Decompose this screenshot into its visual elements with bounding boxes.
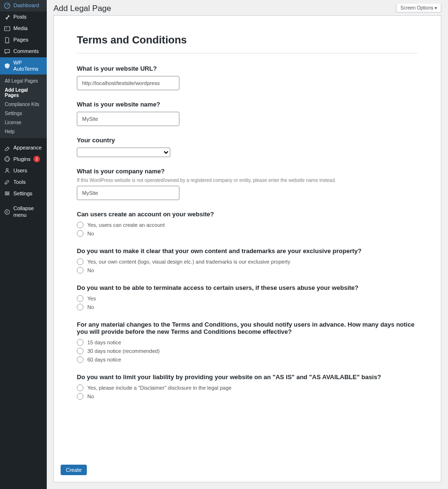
- radio-trademark-no[interactable]: [77, 267, 83, 274]
- shield-icon: [4, 63, 10, 69]
- comment-icon: [4, 48, 10, 55]
- subitem-settings[interactable]: Settings: [0, 109, 47, 118]
- sidebar-item-pages[interactable]: Pages: [0, 34, 47, 46]
- sidebar-item-dashboard[interactable]: Dashboard: [0, 0, 47, 11]
- subitem-compliance-kits[interactable]: Compliance Kits: [0, 100, 47, 109]
- radio-trademark-yes[interactable]: [77, 258, 83, 265]
- field-website-url: What is your website URL?: [77, 65, 418, 90]
- sidebar-label: Appearance: [13, 145, 42, 151]
- select-country[interactable]: [77, 148, 170, 157]
- subitem-add-legal-pages[interactable]: Add Legal Pages: [0, 85, 47, 100]
- collapse-menu[interactable]: Collapse menu: [0, 203, 47, 220]
- sidebar-item-plugins[interactable]: Plugins 2: [0, 153, 47, 165]
- subitem-all-legal-pages[interactable]: All Legal Pages: [0, 76, 47, 85]
- form-panel: Terms and Conditions What is your websit…: [53, 15, 441, 482]
- radio-liability-no[interactable]: [77, 393, 83, 400]
- radio-label[interactable]: No: [87, 304, 94, 310]
- input-website-url[interactable]: [77, 76, 179, 90]
- svg-rect-1: [4, 27, 10, 31]
- sidebar-item-comments[interactable]: Comments: [0, 46, 47, 57]
- radio-liability-yes[interactable]: [77, 384, 83, 391]
- sidebar-label: Posts: [13, 14, 27, 20]
- radio-label[interactable]: 15 days notice: [87, 340, 121, 345]
- field-liability: Do you want to limit your liability by p…: [77, 373, 418, 400]
- sidebar-item-posts[interactable]: Posts: [0, 11, 47, 23]
- radio-label[interactable]: Yes, users can create an account: [87, 222, 165, 228]
- radio-accounts-no[interactable]: [77, 230, 83, 237]
- radio-label[interactable]: Yes: [87, 296, 96, 301]
- appearance-icon: [4, 144, 10, 151]
- radio-label[interactable]: No: [87, 393, 94, 399]
- svg-point-3: [6, 169, 8, 170]
- users-icon: [4, 167, 10, 174]
- radio-trademark-no-row: No: [77, 267, 418, 274]
- label-website-name: What is your website name?: [77, 101, 418, 108]
- radio-label[interactable]: 30 days notice (recommended): [87, 348, 160, 354]
- radio-terminate-yes[interactable]: [77, 295, 83, 302]
- radio-notice-15-row: 15 days notice: [77, 339, 418, 346]
- radio-notice-15[interactable]: [77, 339, 83, 346]
- sidebar-label: Plugins: [13, 156, 31, 162]
- sidebar-label: Dashboard: [13, 2, 39, 9]
- subitem-help[interactable]: Help: [0, 127, 47, 136]
- label-liability: Do you want to limit your liability by p…: [77, 373, 418, 381]
- label-trademark: Do you want to make it clear that your o…: [77, 247, 418, 255]
- field-website-name: What is your website name?: [77, 101, 418, 126]
- label-website-url: What is your website URL?: [77, 65, 418, 72]
- plugins-update-badge: 2: [33, 156, 40, 162]
- svg-point-2: [6, 28, 7, 29]
- radio-notice-60-row: 60 days notice: [77, 356, 418, 363]
- sidebar-item-media[interactable]: Media: [0, 23, 47, 34]
- svg-point-8: [8, 193, 9, 194]
- sidebar-label: Tools: [13, 179, 26, 185]
- media-icon: [4, 25, 10, 32]
- field-company-name: What is your company name? If this WordP…: [77, 168, 418, 200]
- input-website-name[interactable]: [77, 112, 179, 126]
- svg-point-10: [5, 210, 10, 214]
- sidebar-submenu: All Legal Pages Add Legal Pages Complian…: [0, 74, 47, 138]
- radio-notice-30[interactable]: [77, 348, 83, 354]
- input-company-name[interactable]: [77, 186, 179, 200]
- svg-rect-4: [5, 192, 10, 192]
- create-button[interactable]: Create: [61, 465, 87, 475]
- sidebar-label: Users: [13, 168, 27, 174]
- subitem-license[interactable]: License: [0, 118, 47, 127]
- help-company-name: If this WordPress website is not operate…: [77, 178, 418, 183]
- radio-label[interactable]: No: [87, 231, 94, 236]
- label-terminate: Do you want to be able to terminate acce…: [77, 284, 418, 291]
- radio-label[interactable]: Yes, please include a "Disclaimer" discl…: [87, 385, 231, 391]
- radio-terminate-yes-row: Yes: [77, 295, 418, 302]
- sidebar-label: Settings: [13, 191, 32, 197]
- sidebar-item-wpautoterms[interactable]: WP AutoTerms: [0, 57, 47, 74]
- radio-notice-60[interactable]: [77, 356, 83, 363]
- radio-trademark-yes-row: Yes, our own content (logo, visual desig…: [77, 258, 418, 265]
- field-accounts: Can users create an account on your webs…: [77, 211, 418, 237]
- field-notice: For any material changes to the Terms an…: [77, 321, 418, 363]
- collapse-label: Collapse menu: [13, 205, 43, 218]
- label-notice: For any material changes to the Terms an…: [77, 321, 418, 335]
- collapse-icon: [4, 209, 10, 215]
- tools-icon: [4, 179, 10, 185]
- field-terminate: Do you want to be able to terminate acce…: [77, 284, 418, 310]
- settings-icon: [4, 190, 10, 197]
- label-accounts: Can users create an account on your webs…: [77, 211, 418, 218]
- form-title: Terms and Conditions: [77, 34, 418, 46]
- svg-rect-5: [5, 193, 10, 194]
- radio-label[interactable]: Yes, our own content (logo, visual desig…: [87, 259, 290, 265]
- page-icon: [4, 37, 10, 43]
- radio-label[interactable]: 60 days notice: [87, 357, 121, 362]
- radio-accounts-yes[interactable]: [77, 222, 83, 228]
- radio-label[interactable]: No: [87, 267, 94, 273]
- topbar: Add Legal Page Screen Options ▾: [47, 0, 448, 15]
- screen-options-button[interactable]: Screen Options ▾: [396, 4, 441, 12]
- sidebar-label: WP AutoTerms: [13, 60, 43, 72]
- sidebar-item-appearance[interactable]: Appearance: [0, 142, 47, 153]
- sidebar-item-users[interactable]: Users: [0, 165, 47, 176]
- radio-terminate-no[interactable]: [77, 304, 83, 310]
- sidebar-label: Pages: [13, 37, 28, 43]
- radio-accounts-yes-row: Yes, users can create an account: [77, 222, 418, 228]
- radio-notice-30-row: 30 days notice (recommended): [77, 348, 418, 354]
- sidebar-item-tools[interactable]: Tools: [0, 176, 47, 188]
- sidebar-item-settings[interactable]: Settings: [0, 188, 47, 199]
- radio-liability-yes-row: Yes, please include a "Disclaimer" discl…: [77, 384, 418, 391]
